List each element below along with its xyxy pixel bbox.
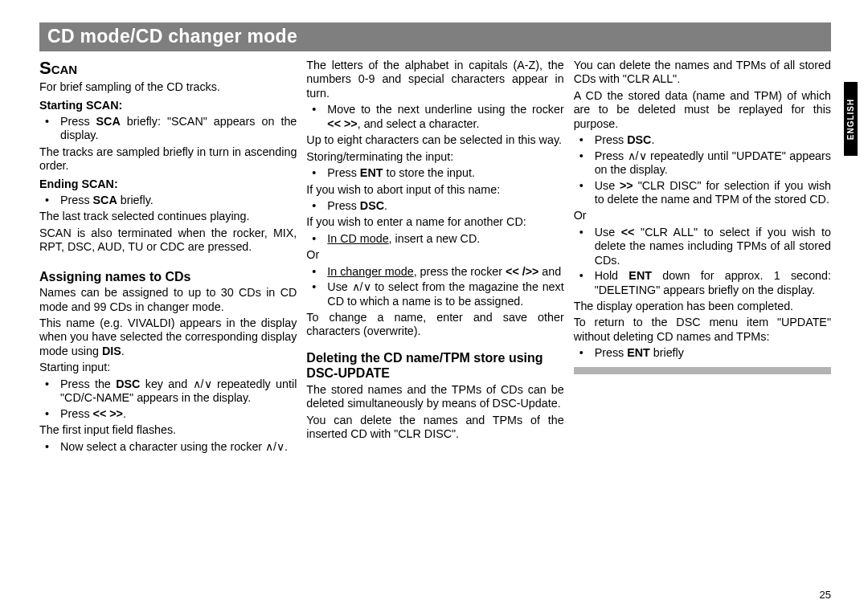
list-item: Press SCA briefly. — [39, 194, 297, 207]
paragraph: The stored names and the TPMs of CDs can… — [306, 383, 563, 411]
list-item: Use << "CLR ALL" to select if you wish t… — [574, 226, 831, 267]
list-item: Press the DSC key and ∧/∨ repeatedly unt… — [39, 377, 297, 406]
bullet-list: Now select a character using the rocker … — [39, 440, 297, 454]
list-item: Press DSC. — [574, 133, 831, 147]
language-tab-label: ENGLISH — [846, 98, 855, 139]
list-item: Move to the next underline using the roc… — [306, 103, 563, 131]
list-item: Now select a character using the rocker … — [39, 440, 297, 454]
heading-scan: Scan — [39, 58, 297, 80]
paragraph: To change a name, enter and save other c… — [306, 311, 563, 339]
bullet-list: Move to the next underline using the roc… — [306, 103, 563, 131]
bullet-list: In CD mode, insert a new CD. — [306, 232, 563, 246]
list-item: Use >> "CLR DISC" for selection if you w… — [574, 179, 831, 207]
list-item: Press ∧/∨ repeatedly until "UPDATE" appe… — [574, 149, 831, 177]
list-item: Use ∧/∨ to select from the magazine the … — [306, 280, 563, 308]
bullet-list: Press SCA briefly: "SCAN" appears on the… — [39, 115, 297, 143]
section-title-bar: CD mode/CD changer mode — [39, 22, 831, 51]
list-item: Press << >>. — [39, 407, 297, 421]
list-item: Press ENT to store the input. — [306, 166, 563, 180]
paragraph: You can delete the names and TPMs of all… — [574, 59, 831, 87]
manual-page: CD mode/CD changer mode Scan For brief s… — [0, 0, 868, 612]
column-1: Scan For brief sampling of the CD tracks… — [39, 58, 297, 456]
paragraph: The first input field flashes. — [39, 423, 297, 437]
paragraph: Up to eight characters can be selected i… — [306, 133, 563, 147]
column-3: You can delete the names and TPMs of all… — [574, 58, 831, 456]
list-item: Press SCA briefly: "SCAN" appears on the… — [39, 115, 297, 143]
language-tab-english: ENGLISH — [844, 82, 858, 156]
paragraph: Or — [574, 209, 831, 222]
column-2: The letters of the alphabet in capitals … — [306, 58, 563, 456]
list-item: Press DSC. — [306, 199, 563, 213]
paragraph: Names can be assigned to up to 30 CDs in… — [39, 286, 297, 314]
paragraph: SCAN is also terminated when the rocker,… — [39, 226, 297, 255]
bullet-list: Press the DSC key and ∧/∨ repeatedly unt… — [39, 377, 297, 421]
paragraph: Starting input: — [39, 361, 297, 374]
bullet-list: In changer mode, press the rocker << />>… — [306, 265, 563, 308]
paragraph: For brief sampling of the CD tracks. — [39, 80, 297, 94]
paragraph: The display operation has been completed… — [574, 300, 831, 313]
paragraph: Storing/terminating the input: — [306, 150, 563, 164]
paragraph: You can delete the names and TPMs of the… — [306, 414, 563, 442]
bullet-list: Press DSC. Press ∧/∨ repeatedly until "U… — [574, 133, 831, 206]
paragraph: The tracks are sampled briefly in turn i… — [39, 145, 297, 173]
bullet-list: Press SCA briefly. — [39, 194, 297, 207]
list-item: In changer mode, press the rocker << />>… — [306, 265, 563, 279]
paragraph: This name (e.g. VIVALDI) appears in the … — [39, 316, 297, 358]
list-item: In CD mode, insert a new CD. — [306, 232, 563, 246]
list-item: Hold ENT down for approx. 1 second: "DEL… — [574, 269, 831, 297]
paragraph: Or — [306, 248, 563, 262]
subheading-ending-scan: Ending SCAN: — [39, 177, 297, 191]
bullet-list: Use << "CLR ALL" to select if you wish t… — [574, 226, 831, 297]
horizontal-rule — [574, 367, 831, 374]
paragraph: A CD the stored data (name and TPM) of w… — [574, 89, 831, 131]
bullet-list: Press ENT to store the input. — [306, 166, 563, 180]
subheading-starting-scan: Starting SCAN: — [39, 99, 297, 112]
page-number: 25 — [820, 589, 831, 601]
paragraph: To return to the DSC menu item "UPDATE" … — [574, 316, 831, 344]
bullet-list: Press ENT briefly — [574, 346, 831, 360]
paragraph: If you wish to enter a name for another … — [306, 215, 563, 229]
heading-deleting-cd-name: Deleting the CD name/TPM store using DSC… — [306, 350, 563, 381]
content-columns: Scan For brief sampling of the CD tracks… — [39, 58, 831, 456]
list-item: Press ENT briefly — [574, 346, 831, 360]
paragraph: The letters of the alphabet in capitals … — [306, 59, 563, 100]
bullet-list: Press DSC. — [306, 199, 563, 213]
heading-assigning-names: Assigning names to CDs — [39, 269, 297, 285]
paragraph: If you wish to abort input of this name: — [306, 183, 563, 197]
paragraph: The last track selected continues playin… — [39, 210, 297, 223]
